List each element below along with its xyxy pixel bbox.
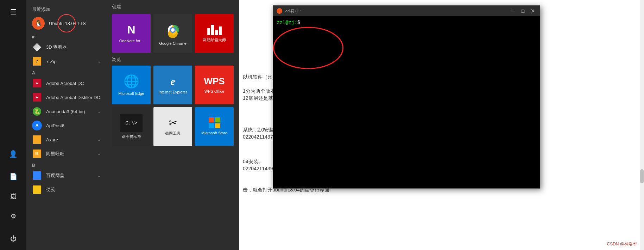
letter-hash: #: [26, 32, 106, 40]
app-baidu[interactable]: 百度网盘 ⌄: [26, 169, 106, 183]
cmd-icon: C:\>: [120, 114, 143, 132]
notepad-icon: [32, 185, 42, 195]
document-icon[interactable]: 📄: [5, 168, 22, 185]
tile-snip[interactable]: ✂ 截图工具: [153, 107, 192, 146]
apipost-icon: A: [32, 121, 42, 130]
start-menu-content: 最近添加 🐧 Ubuntu 18.04 LTS # 3D 查看器 7: [26, 0, 239, 250]
tile-wps[interactable]: WPS WPS Office: [195, 66, 234, 104]
settings-icon[interactable]: ⚙: [5, 208, 22, 225]
anaconda-expand-icon: ⌄: [97, 109, 101, 114]
terminal-title: zzl@zj: ~: [285, 8, 510, 13]
tile-netease[interactable]: 网易邮箱大师: [195, 14, 234, 53]
snip-icon: ✂: [169, 117, 177, 129]
app-anaconda[interactable]: 🐍 Anaconda3 (64-bit) ⌄: [26, 104, 106, 118]
3d-icon: [32, 42, 42, 52]
app-7zip-label: 7-Zip: [46, 59, 57, 64]
terminal-prompt: zzl@zj: $: [277, 20, 536, 25]
tile-netease-label: 网易邮箱大师: [203, 37, 226, 42]
tile-chrome-label: Google Chrome: [159, 41, 187, 46]
axure-expand-icon: ⌄: [97, 138, 101, 142]
blog-text-1: 以机软件（比如: [243, 74, 277, 80]
user-icon[interactable]: 👤: [5, 146, 22, 163]
app-apipost[interactable]: A ApiPost6: [26, 118, 106, 133]
acrobat-distiller-icon: A: [32, 92, 42, 102]
blog-content: 以机软件（比如 1分为两个版本 12底层还是基于 系统", 2.0安装 0220…: [239, 0, 644, 250]
terminal-minimize-btn[interactable]: ─: [510, 8, 517, 14]
ubuntu-app-label: Ubuntu 18.04 LTS: [49, 21, 86, 26]
tile-chrome[interactable]: Google Chrome: [153, 14, 192, 53]
terminal-prompt-user: zzl@zj:: [277, 20, 297, 25]
power-icon[interactable]: ⏻: [5, 230, 22, 247]
recently-added-header: 最近添加: [26, 4, 106, 14]
image-icon[interactable]: 🖼: [5, 188, 22, 205]
app-baidu-label: 百度网盘: [46, 172, 64, 179]
create-header: 创建: [112, 4, 234, 10]
app-anaconda-label: Anaconda3 (64-bit): [46, 109, 85, 114]
7zip-expand-icon: ⌄: [97, 59, 101, 64]
letter-a: A: [26, 68, 106, 76]
axure-icon: [32, 135, 42, 145]
tile-ie-label: Internet Explorer: [158, 90, 187, 94]
scrollbar-thumb[interactable]: [640, 169, 644, 183]
terminal-controls: ─ □ ✕: [510, 8, 536, 14]
alibaba-icon: 旺: [32, 149, 42, 159]
right-scrollbar[interactable]: [640, 0, 644, 250]
app-acrobat-distiller[interactable]: A Adobe Acrobat Distiller DC: [26, 90, 106, 104]
store-icon: [209, 117, 220, 128]
terminal-circle-annotation: [273, 27, 343, 69]
blog-text-4: 系统", 2.0安装: [243, 127, 274, 133]
wps-icon: WPS: [204, 76, 225, 87]
anaconda-icon: 🐍: [32, 106, 42, 116]
app-alibaba[interactable]: 旺 阿里旺旺 ⌄: [26, 147, 106, 161]
tile-ie[interactable]: e Internet Explorer: [153, 66, 192, 104]
tiles-row1: N OneNote for... Google Chr: [112, 14, 234, 53]
acrobat-dc-icon: A: [32, 78, 42, 88]
terminal-body[interactable]: zzl@zj: $: [273, 16, 540, 188]
onenote-icon: N: [127, 23, 135, 36]
baidu-expand-icon: ⌄: [97, 173, 101, 178]
tiles-row3: C:\> 命令提示符 ✂ 截图工具 Microsoft Stor: [112, 107, 234, 146]
baidu-icon: [32, 171, 42, 181]
app-apipost-label: ApiPost6: [46, 123, 64, 128]
app-axure-label: Axure: [46, 137, 58, 142]
app-list: 最近添加 🐧 Ubuntu 18.04 LTS # 3D 查看器 7: [26, 0, 106, 250]
letter-b: B: [26, 161, 106, 169]
tile-snip-label: 截图工具: [165, 131, 181, 136]
tile-store[interactable]: Microsoft Store: [195, 107, 234, 146]
tile-onenote[interactable]: N OneNote for...: [112, 14, 151, 53]
terminal-titlebar: zzl@zj: ~ ─ □ ✕: [273, 6, 540, 16]
terminal-maximize-btn[interactable]: □: [519, 8, 526, 14]
terminal-close-btn[interactable]: ✕: [529, 8, 536, 14]
app-notepad-label: 便笺: [46, 187, 55, 193]
app-3d[interactable]: 3D 查看器: [26, 40, 106, 54]
tile-edge-label: Microsoft Edge: [118, 91, 144, 96]
ie-icon: e: [170, 75, 175, 87]
hamburger-menu-icon[interactable]: ☰: [5, 4, 22, 20]
ubuntu-icon: 🐧: [32, 17, 45, 30]
alibaba-expand-icon: ⌄: [97, 152, 101, 156]
blog-text-6: 04安装。: [243, 159, 263, 165]
edge-icon: 🌐: [124, 74, 139, 89]
svg-point-3: [171, 28, 175, 32]
tile-edge[interactable]: 🌐 Microsoft Edge: [112, 66, 151, 104]
app-alibaba-label: 阿里旺旺: [46, 151, 64, 157]
app-acrobat-dc[interactable]: A Adobe Acrobat DC: [26, 76, 106, 90]
right-panel: 以机软件（比如 1分为两个版本 12底层还是基于 系统", 2.0安装 0220…: [239, 0, 644, 250]
app-axure[interactable]: Axure ⌄: [26, 133, 106, 147]
tile-cmd[interactable]: C:\> 命令提示符: [112, 107, 151, 146]
start-menu: ☰ 👤 📄 🖼 ⚙ ⏻ 最近添加 🐧 Ubuntu 18.04 LTS #: [0, 0, 239, 250]
netease-icon: [207, 25, 222, 35]
app-acrobat-dc-label: Adobe Acrobat DC: [46, 81, 84, 86]
tile-wps-label: WPS Office: [204, 89, 225, 94]
tile-cmd-label: 命令提示符: [122, 134, 141, 139]
terminal-ubuntu-icon: [277, 8, 282, 14]
ubuntu-app-item[interactable]: 🐧 Ubuntu 18.04 LTS: [26, 14, 106, 32]
app-7zip[interactable]: 7 7-Zip ⌄: [26, 54, 106, 68]
blog-text-2: 1分为两个版本: [243, 88, 275, 94]
chrome-icon: [164, 21, 182, 39]
app-notepad[interactable]: 便笺: [26, 183, 106, 197]
sidebar-icons: ☰ 👤 📄 🖼 ⚙ ⏻: [0, 0, 26, 250]
tiles-section: 创建 N OneNote for...: [106, 0, 239, 250]
tile-store-label: Microsoft Store: [201, 130, 227, 135]
tile-onenote-label: OneNote for...: [119, 38, 143, 43]
